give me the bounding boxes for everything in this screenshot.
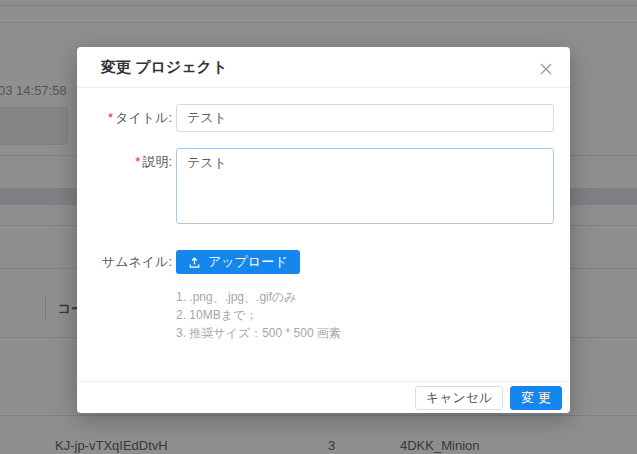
- required-asterisk: *: [135, 154, 140, 169]
- upload-button[interactable]: アップロード: [176, 250, 300, 274]
- edit-project-modal: 変更 プロジェクト *タイトル: *説明: テスト: [77, 47, 570, 413]
- modal-header: 変更 プロジェクト: [77, 47, 570, 88]
- upload-hints: 1. .png、.jpg、.gifのみ 2. 10MBまで； 3. 推奨サイズ：…: [176, 288, 554, 342]
- title-input[interactable]: [176, 104, 554, 132]
- thumbnail-label: サムネイル:: [101, 250, 172, 342]
- title-control: [176, 104, 554, 132]
- hint-line-3: 3. 推奨サイズ：500 * 500 画素: [176, 324, 554, 342]
- modal-body: *タイトル: *説明: テスト サムネイル:: [77, 88, 570, 342]
- thumbnail-control: アップロード 1. .png、.jpg、.gifのみ 2. 10MBまで； 3.…: [176, 250, 554, 342]
- hint-line-2: 2. 10MBまで；: [176, 306, 554, 324]
- close-icon: [539, 62, 553, 76]
- close-button[interactable]: [536, 59, 556, 79]
- title-label: *タイトル:: [101, 104, 172, 132]
- upload-button-label: アップロード: [208, 253, 288, 271]
- cancel-button[interactable]: キャンセル: [415, 386, 504, 410]
- form-row-description: *説明: テスト: [101, 148, 554, 228]
- description-control: テスト: [176, 148, 554, 228]
- confirm-button[interactable]: 変 更: [510, 386, 562, 410]
- required-asterisk: *: [108, 110, 113, 125]
- upload-icon: [188, 256, 201, 269]
- description-textarea[interactable]: テスト: [176, 148, 554, 224]
- hint-line-1: 1. .png、.jpg、.gifのみ: [176, 288, 554, 306]
- description-label: *説明:: [101, 148, 172, 228]
- form-row-thumbnail: サムネイル: アップロード 1. .png、.jpg、.gifのみ 2. 10M…: [101, 250, 554, 342]
- modal-footer: キャンセル 変 更: [77, 381, 570, 413]
- modal-title: 変更 プロジェクト: [101, 58, 227, 77]
- app-viewport: 03 14:57:58 コード KJ-jp-vTXqIEdDtvH 3 4DKK…: [0, 0, 637, 454]
- form-row-title: *タイトル:: [101, 104, 554, 132]
